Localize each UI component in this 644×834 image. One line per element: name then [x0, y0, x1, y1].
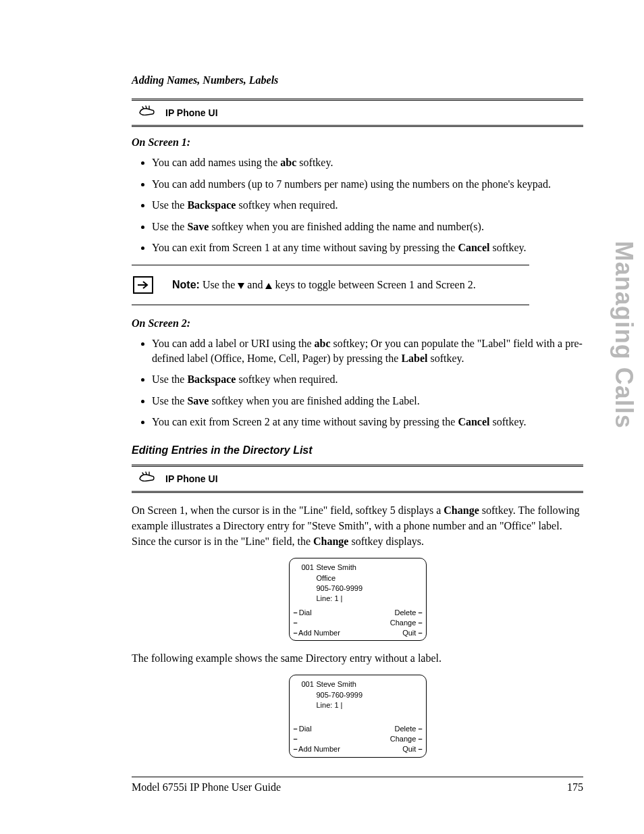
text: Use the: [200, 279, 238, 290]
section-tab: Managing Calls: [610, 240, 638, 428]
page-footer: Model 6755i IP Phone User Guide 175: [132, 777, 583, 793]
text: On Screen 1, when the cursor is in the "…: [132, 504, 444, 516]
entry-number: 905-760-9999: [294, 690, 422, 700]
softkey-change: Change –: [390, 618, 422, 628]
text: softkey.: [490, 242, 527, 253]
list-item: You can exit from Screen 2 at any time w…: [152, 415, 583, 429]
banner-label: IP Phone UI: [165, 473, 218, 484]
softkey-label: Dial: [299, 608, 312, 617]
bold-text: Cancel: [458, 416, 489, 427]
text: You can add names using the: [152, 157, 280, 168]
bold-text: Change: [444, 504, 479, 516]
page-number: 175: [567, 781, 583, 793]
banner-label: IP Phone UI: [165, 107, 218, 118]
softkey-label: Add Number: [298, 745, 340, 753]
arrow-right-icon: [133, 276, 153, 294]
ip-phone-ui-banner-2: IP Phone UI: [132, 465, 583, 493]
bold-text: abc: [315, 338, 331, 349]
bold-text: Save: [187, 395, 209, 407]
entry-line: 001Steve Smith: [294, 679, 422, 689]
list-item: You can add a label or URI using the abc…: [152, 336, 583, 365]
entry-number: 905-760-9999: [294, 583, 422, 594]
text: softkey.: [428, 353, 464, 364]
ip-phone-ui-banner-1: IP Phone UI: [132, 99, 583, 127]
softkey-label: Quit: [402, 745, 416, 753]
paragraph: On Screen 1, when the cursor is in the "…: [132, 502, 583, 550]
softkey-label: Delete: [395, 608, 417, 617]
editing-entries-heading: Editing Entries in the Directory List: [132, 444, 583, 457]
entry-label: Office: [294, 573, 422, 583]
bold-text: Backspace: [187, 199, 236, 211]
list-item: You can exit from Screen 1 at any time w…: [152, 240, 583, 255]
bold-text: Change: [313, 536, 348, 547]
entry-index: 001: [302, 679, 317, 689]
list-item: Use the Save softkey when you are finish…: [152, 219, 583, 234]
text: softkey when required.: [236, 199, 338, 211]
softkey-quit: Quit –: [390, 744, 422, 754]
text: You can exit from Screen 1 at any time w…: [152, 242, 458, 253]
softkey-label: Quit: [402, 629, 416, 637]
phone-screen-with-label: 001Steve Smith Office 905-760-9999 Line:…: [289, 558, 427, 642]
text: Use the: [152, 395, 187, 407]
softkey-dial: – Dial: [294, 608, 340, 618]
softkey-delete: Delete –: [390, 608, 422, 618]
softkey-label: Delete: [395, 725, 417, 733]
text: softkey.: [296, 157, 333, 168]
text: You can add a label or URI using the: [152, 338, 315, 349]
softkey-add-number: – Add Number: [294, 628, 340, 638]
hand-point-icon: [138, 471, 159, 487]
text: Use the: [152, 221, 187, 232]
bold-text: Label: [401, 353, 427, 364]
bold-text: Save: [187, 221, 209, 232]
list-item: You can add names using the abc softkey.: [152, 155, 583, 170]
entry-line-field: Line: 1 |: [294, 700, 422, 710]
list-item: Use the Backspace softkey when required.: [152, 198, 583, 213]
screen-1-list: You can add names using the abc softkey.…: [132, 155, 583, 255]
bold-text: Backspace: [187, 373, 236, 385]
entry-name: Steve Smith: [317, 563, 356, 571]
entry-index: 001: [302, 563, 317, 573]
text: Use the: [152, 199, 187, 211]
text: softkey.: [490, 416, 527, 427]
softkey-label: Change: [390, 735, 417, 743]
paragraph: The following example shows the same Dir…: [132, 650, 583, 666]
text: keys to toggle between Screen 1 and Scre…: [272, 279, 475, 290]
text: softkey displays.: [348, 536, 424, 547]
text: Use the: [152, 373, 187, 385]
text: You can exit from Screen 2 at any time w…: [152, 416, 458, 427]
text: softkey when required.: [236, 373, 338, 385]
softkey-dial: – Dial: [294, 724, 340, 734]
bold-text: Cancel: [458, 242, 489, 253]
bold-text: abc: [280, 157, 296, 168]
list-item: Use the Save softkey when you are finish…: [152, 394, 583, 409]
note-label: Note:: [172, 279, 200, 290]
softkey-add-number: – Add Number: [294, 744, 340, 754]
note-text: Note: Use the and keys to toggle between…: [172, 279, 476, 291]
softkey-change: Change –: [390, 734, 422, 744]
softkey-label: Add Number: [298, 629, 340, 637]
note-block: Note: Use the and keys to toggle between…: [132, 265, 529, 305]
on-screen-2-heading: On Screen 2:: [132, 317, 583, 330]
softkey-blank: –: [294, 618, 340, 628]
phone-screen-no-label: 001Steve Smith 905-760-9999 Line: 1 | – …: [289, 675, 427, 758]
entry-line: 001Steve Smith: [294, 563, 422, 573]
footer-title: Model 6755i IP Phone User Guide: [132, 781, 281, 793]
softkey-row: – Dial – – Add Number Delete – Change – …: [294, 608, 422, 638]
text: and: [244, 279, 265, 290]
screen-2-list: You can add a label or URI using the abc…: [132, 336, 583, 429]
triangle-up-icon: [265, 283, 272, 289]
list-item: Use the Backspace softkey when required.: [152, 372, 583, 387]
hand-point-icon: [138, 105, 159, 121]
entry-name: Steve Smith: [317, 680, 356, 688]
softkey-quit: Quit –: [390, 628, 422, 638]
softkey-label: Change: [390, 619, 417, 627]
softkey-label: Dial: [299, 725, 312, 733]
softkey-blank: –: [294, 734, 340, 744]
softkey-row: – Dial – – Add Number Delete – Change – …: [294, 724, 422, 754]
softkey-delete: Delete –: [390, 724, 422, 734]
list-item: You can add numbers (up to 7 numbers per…: [152, 177, 583, 192]
section-title: Adding Names, Numbers, Labels: [132, 74, 583, 86]
text: softkey when you are finished adding the…: [209, 221, 483, 232]
entry-line-field: Line: 1 |: [294, 594, 422, 604]
text: softkey when you are finished adding the…: [209, 395, 419, 407]
